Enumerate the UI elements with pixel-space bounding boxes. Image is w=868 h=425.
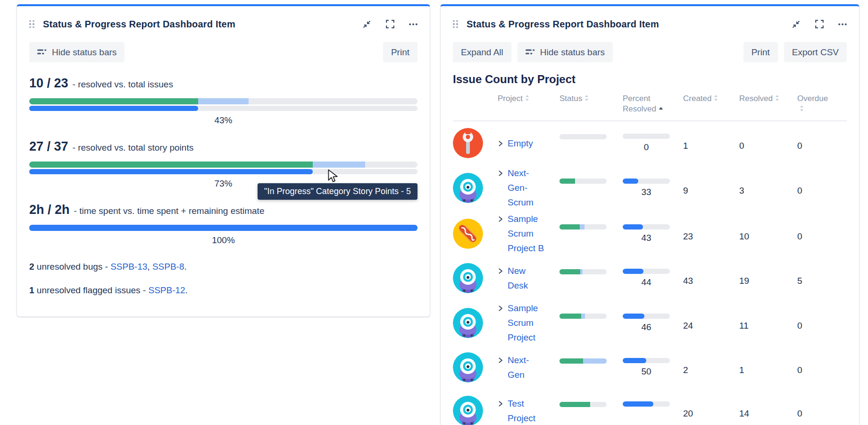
drag-handle-icon[interactable] <box>29 20 34 28</box>
percent-resolved-pill <box>623 358 670 363</box>
collapse-icon[interactable] <box>792 20 801 29</box>
expand-chevron-icon[interactable] <box>498 305 503 314</box>
percent-resolved-pill <box>623 224 670 230</box>
status-pill <box>559 269 607 274</box>
hide-status-bars-button[interactable]: Hide status bars <box>29 42 125 62</box>
project-avatar <box>453 308 483 338</box>
fullscreen-icon[interactable] <box>815 20 824 28</box>
percent-resolved-pill <box>623 314 670 319</box>
gadget-toolbar: Hide status bars Print <box>29 42 417 62</box>
column-header-overdue[interactable]: Overdue <box>797 94 847 114</box>
drag-handle-icon[interactable] <box>453 20 458 28</box>
column-header-percent-resolved[interactable]: Percent Resolved <box>623 94 683 114</box>
unresolved-issues-line: 1 unresolved flagged issues - SSPB-12. <box>29 285 417 296</box>
print-button[interactable]: Print <box>743 42 778 62</box>
project-avatar <box>453 128 483 158</box>
section-bars <box>29 98 417 111</box>
export-csv-button[interactable]: Export CSV <box>784 42 847 62</box>
section-value: 10 / 23 <box>29 76 68 91</box>
column-header-status[interactable]: Status <box>559 94 623 104</box>
column-header-created[interactable]: Created <box>683 94 739 104</box>
issue-link[interactable]: SSPB-13 <box>110 262 147 272</box>
resolved-count: 14 <box>739 408 797 419</box>
section-bars <box>29 225 417 231</box>
section-bars <box>29 162 417 174</box>
column-header-project[interactable]: Project <box>498 94 559 104</box>
overdue-count: 0 <box>797 141 847 151</box>
percent-resolved-value: 0 <box>623 142 670 153</box>
expand-chevron-icon[interactable] <box>498 170 503 178</box>
section-value: 27 / 37 <box>29 139 68 154</box>
percent-resolved-value: 50 <box>623 366 670 377</box>
hide-status-bars-button[interactable]: Hide status bars <box>517 42 613 62</box>
progress-section: 27 / 37 - resolved vs. total story point… <box>29 139 417 189</box>
status-pill <box>559 224 607 230</box>
percent-resolved-pill <box>623 134 670 139</box>
export-csv-label: Export CSV <box>792 47 839 58</box>
hover-tooltip: "In Progress" Category Story Points - 5 <box>258 183 417 200</box>
resolved-count: 10 <box>739 231 797 242</box>
issue-count-heading: Issue Count by Project <box>453 73 847 86</box>
status-pill <box>559 178 607 184</box>
project-link[interactable]: Next-Gen-Scrum <box>508 166 534 210</box>
overdue-count: 0 <box>797 231 847 242</box>
unresolved-issues-line: 2 unresolved bugs - SSPB-13, SSPB-8. <box>29 262 417 272</box>
project-avatar <box>453 263 483 293</box>
hide-status-bars-label: Hide status bars <box>52 47 117 58</box>
expand-chevron-icon[interactable] <box>498 357 503 366</box>
percent-resolved-value: 43 <box>623 233 670 243</box>
more-options-icon[interactable] <box>409 23 417 26</box>
created-count: 43 <box>683 276 739 286</box>
table-row: TestProject 20 14 0 <box>453 389 847 425</box>
percent-resolved-value: 33 <box>623 187 670 197</box>
resolved-count: 19 <box>739 276 797 286</box>
expand-chevron-icon[interactable] <box>498 216 503 224</box>
project-link[interactable]: TestProject <box>508 396 535 425</box>
project-link[interactable]: NewDesk <box>508 264 528 293</box>
print-label: Print <box>751 47 770 58</box>
table-header-row: ProjectStatusPercent ResolvedCreatedReso… <box>453 94 847 121</box>
collapse-icon[interactable] <box>362 20 371 29</box>
percent-resolved-value: 44 <box>623 277 670 288</box>
column-header-resolved[interactable]: Resolved <box>739 94 797 104</box>
expand-chevron-icon[interactable] <box>498 400 503 409</box>
fullscreen-icon[interactable] <box>386 20 394 28</box>
table-row: Next-Gen-Scrum 33 9 3 0 <box>453 165 847 211</box>
created-count: 24 <box>683 321 739 331</box>
progress-sections: 10 / 23 - resolved vs. total issues 43% … <box>29 76 417 246</box>
gadget-title: Status & Progress Report Dashboard Item <box>467 19 659 30</box>
project-avatar <box>453 173 483 203</box>
project-avatar <box>453 396 483 425</box>
project-link[interactable]: SampleScrumProject B <box>508 212 544 255</box>
gadget-header: Status & Progress Report Dashboard Item <box>29 13 417 35</box>
issue-link[interactable]: SSPB-8 <box>152 262 184 272</box>
mouse-cursor-icon <box>327 169 340 185</box>
hide-status-bars-label: Hide status bars <box>540 47 605 58</box>
expand-chevron-icon[interactable] <box>498 268 503 276</box>
status-pill <box>559 314 607 319</box>
issue-link[interactable]: SSPB-12 <box>148 285 185 295</box>
table-row: SampleScrumProject 46 24 11 0 <box>453 300 847 346</box>
status-pill <box>559 358 607 364</box>
more-options-icon[interactable] <box>838 23 847 26</box>
project-link[interactable]: SampleScrumProject <box>508 301 538 345</box>
percent-resolved-pill <box>623 401 670 407</box>
status-category-bar <box>29 162 417 168</box>
percent-resolved-value <box>623 410 670 420</box>
percent-resolved-pill <box>623 269 670 274</box>
print-button[interactable]: Print <box>383 42 417 62</box>
percent-resolved-value: 46 <box>623 322 670 332</box>
section-value: 2h / 2h <box>29 203 70 217</box>
project-avatar <box>453 352 483 382</box>
created-count: 1 <box>683 141 739 151</box>
project-link[interactable]: Next-Gen <box>508 353 529 382</box>
progress-section: 10 / 23 - resolved vs. total issues 43% <box>29 76 417 126</box>
resolved-progress-bar <box>29 169 417 174</box>
expand-all-label: Expand All <box>461 47 503 58</box>
table-row: Empty 0 1 0 0 <box>453 121 847 165</box>
expand-all-button[interactable]: Expand All <box>453 42 511 62</box>
status-bars-icon <box>526 47 535 58</box>
expand-chevron-icon[interactable] <box>498 140 503 149</box>
gadget-header: Status & Progress Report Dashboard Item <box>453 13 847 35</box>
project-link[interactable]: Empty <box>508 136 533 151</box>
